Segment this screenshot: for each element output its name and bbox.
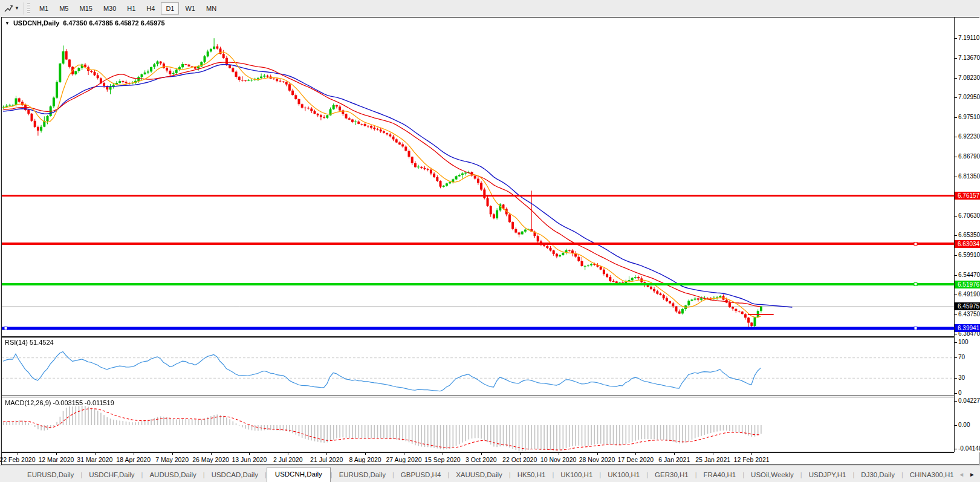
date-label: 2 Jul 2020: [273, 456, 302, 463]
price-tick: 6.97510: [955, 114, 980, 121]
level-price-badge: 6.39941: [955, 324, 980, 332]
date-label: 10 Nov 2020: [540, 456, 577, 463]
time-tick: [713, 453, 713, 455]
time-tick: [288, 453, 288, 455]
date-label: 12 Mar 2020: [38, 456, 74, 463]
price-tick: 7.19110: [955, 34, 979, 42]
price-axis[interactable]: 7.191107.136707.082307.029506.975106.922…: [954, 18, 980, 452]
price-tick: 7.02950: [955, 94, 980, 101]
chart-tab-dj30-daily[interactable]: DJ30,Daily: [854, 468, 901, 482]
mt4-application: ▼ M1M5M15M30H1H4D1W1MN ▼ USDCNH,Daily 6.…: [0, 0, 980, 482]
rsi-tick: 0: [955, 389, 962, 397]
rsi-tick: 70: [955, 354, 965, 361]
date-label: 26 May 2020: [192, 456, 229, 463]
time-tick: [211, 453, 212, 455]
macd-label: MACD(12,26,9) -0.003155 -0.011519: [5, 399, 114, 406]
level-price-badge: 6.76157: [955, 192, 980, 200]
date-label: 12 Feb 2021: [734, 456, 770, 463]
chart-tab-bar: EURUSD,Daily|USDCHF,Daily|AUDUSD,Daily|U…: [0, 465, 980, 482]
chart-tab-ger30-h1[interactable]: GER30,H1: [648, 468, 695, 482]
time-tick: [404, 453, 404, 455]
time-tick: [635, 453, 636, 455]
time-tick: [18, 453, 18, 455]
symbol-label: USDCNH,Daily: [13, 19, 59, 27]
tool-dropdown-icon[interactable]: ▼: [15, 5, 19, 11]
chart-tab-uk100-h1[interactable]: UK100,H1: [601, 468, 646, 482]
chart-tab-fra40-h1[interactable]: FRA40,H1: [697, 468, 743, 482]
date-label: 18 Apr 2020: [116, 456, 151, 463]
window-menu-icon[interactable]: ▼: [5, 21, 10, 26]
price-tick: 6.54470: [955, 272, 980, 279]
chart-tab-uk100-h1[interactable]: UK100,H1: [554, 468, 599, 482]
chart-tab-usoil-weekly[interactable]: USOil,Weekly: [744, 468, 800, 482]
timeframe-button-m15[interactable]: M15: [74, 2, 97, 15]
ohlc-values: 6.47350 6.47385 6.45872 6.45975: [63, 19, 164, 27]
level-price-badge: 6.63034: [955, 240, 980, 248]
chart-tab-gbpusd-h4[interactable]: GBPUSD,H4: [394, 468, 447, 482]
chart-title: ▼ USDCNH,Daily 6.47350 6.47385 6.45872 6…: [5, 19, 165, 27]
price-tick: 6.43750: [955, 311, 980, 318]
chart-tab-china300-h1[interactable]: CHINA300,H1: [903, 468, 961, 482]
date-label: 21 Jul 2020: [310, 456, 343, 463]
chart-tab-usdjpy-h1[interactable]: USDJPY,H1: [802, 468, 853, 482]
time-tick: [751, 453, 752, 455]
price-tick: 6.49190: [955, 291, 980, 298]
chart-tab-eurusd-daily[interactable]: EURUSD,Daily: [21, 468, 80, 482]
timeframe-button-h1[interactable]: H1: [122, 2, 140, 15]
chart-tab-eurusd-daily[interactable]: EURUSD,Daily: [333, 468, 392, 482]
date-label: 22 Oct 2020: [502, 456, 537, 463]
time-tick: [597, 453, 598, 455]
time-tick: [326, 453, 327, 455]
chart-tab-audusd-daily[interactable]: AUDUSD,Daily: [143, 468, 203, 482]
time-axis[interactable]: 22 Feb 202012 Mar 202031 Mar 202018 Apr …: [2, 452, 954, 464]
date-label: 17 Dec 2020: [618, 456, 654, 463]
price-tick: 6.86790: [955, 153, 980, 160]
price-tick: 7.13670: [955, 54, 980, 62]
date-label: 8 Aug 2020: [349, 456, 381, 463]
date-label: 28 Nov 2020: [579, 456, 615, 463]
timeframe-button-mn[interactable]: MN: [201, 2, 221, 15]
timeframe-button-d1[interactable]: D1: [161, 2, 179, 15]
current-price-badge: 6.45975: [955, 302, 980, 310]
date-label: 6 Jan 2021: [658, 456, 690, 463]
date-label: 22 Feb 2020: [0, 456, 35, 463]
timeframe-buttons: M1M5M15M30H1H4D1W1MN: [34, 2, 222, 15]
timeframe-button-w1[interactable]: W1: [180, 2, 200, 15]
time-tick: [674, 453, 675, 455]
date-label: 27 Aug 2020: [386, 456, 422, 463]
time-tick: [172, 453, 173, 455]
macd-tick: -0.04148: [955, 445, 980, 452]
date-label: 31 Mar 2020: [77, 456, 112, 463]
price-tick: 7.08230: [955, 74, 980, 82]
time-tick: [559, 453, 559, 455]
timeframe-button-m1[interactable]: M1: [34, 2, 53, 15]
rsi-tick: 100: [955, 339, 969, 346]
time-tick: [481, 453, 482, 455]
timeframe-button-h4[interactable]: H4: [141, 2, 160, 15]
chart-tab-hk50-h1[interactable]: HK50,H1: [511, 468, 553, 482]
price-chart[interactable]: [2, 18, 954, 452]
level-price-badge: 6.51976: [955, 281, 980, 288]
timeframe-button-m30[interactable]: M30: [99, 2, 121, 15]
timeframe-button-m5[interactable]: M5: [54, 2, 73, 15]
chart-tab-usdcnh-daily[interactable]: USDCNH,Daily: [267, 467, 331, 482]
price-tick: 6.70630: [955, 212, 980, 220]
macd-tick: 0.042275: [955, 397, 980, 405]
time-tick: [134, 453, 134, 455]
chart-tab-usdchf-daily[interactable]: USDCHF,Daily: [82, 468, 141, 482]
tab-scroll-right-icon[interactable]: ►: [969, 471, 975, 478]
date-label: 25 Jan 2021: [695, 456, 730, 463]
tab-scroll-controls: ◄►: [955, 466, 979, 482]
rsi-tick: 30: [955, 374, 965, 382]
chart-tab-xauusd-daily[interactable]: XAUUSD,Daily: [449, 468, 509, 482]
tab-scroll-left-icon[interactable]: ◄: [958, 471, 964, 478]
time-tick: [520, 453, 521, 455]
time-tick: [249, 453, 250, 455]
time-tick: [443, 453, 443, 455]
time-tick: [56, 453, 57, 455]
time-tick: [365, 453, 366, 455]
toolbar-drag-handle[interactable]: [27, 3, 30, 14]
chart-tab-usdcad-daily[interactable]: USDCAD,Daily: [205, 468, 265, 482]
price-tick: 6.92230: [955, 133, 980, 140]
cursor-tool-icon[interactable]: [2, 3, 15, 14]
